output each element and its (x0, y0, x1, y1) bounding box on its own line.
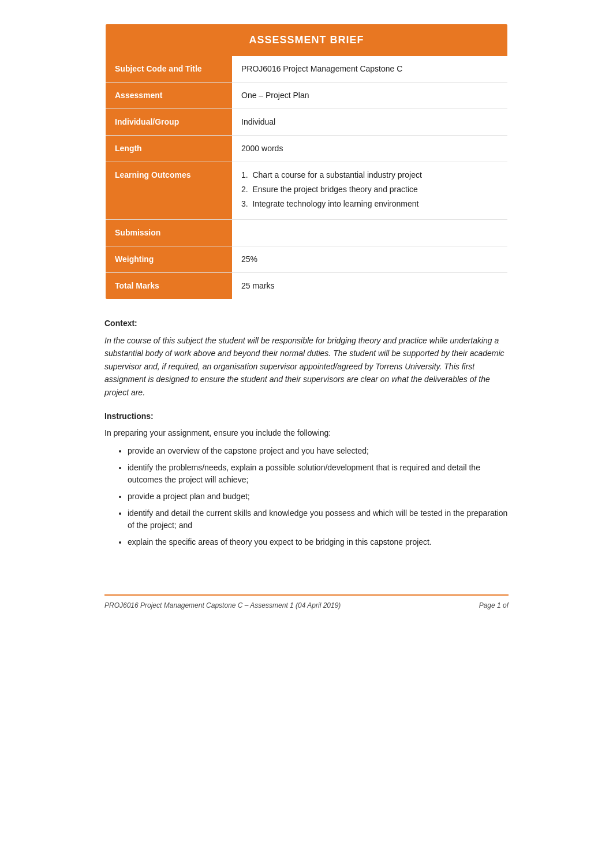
row-value-weighting: 25% (232, 246, 508, 273)
list-item: identify the problems/needs, explain a p… (128, 462, 509, 486)
table-row: Total Marks 25 marks (105, 273, 508, 300)
learning-outcomes-list: 1. Chart a course for a substantial indu… (241, 169, 498, 210)
row-label-learning-outcomes: Learning Outcomes (105, 162, 232, 220)
list-item: 2. Ensure the project bridges theory and… (241, 184, 498, 196)
table-row: Submission (105, 220, 508, 246)
page-container: ASSESSMENT BRIEF Subject Code and Title … (70, 0, 543, 645)
row-value-assessment: One – Project Plan (232, 83, 508, 109)
row-value-subject: PROJ6016 Project Management Capstone C (232, 56, 508, 83)
row-value-learning-outcomes: 1. Chart a course for a substantial indu… (232, 162, 508, 220)
footer-right: Page 1 of (479, 600, 509, 611)
list-item: 1. Chart a course for a substantial indu… (241, 169, 498, 181)
table-title: ASSESSMENT BRIEF (105, 24, 508, 56)
list-item: explain the specific areas of theory you… (128, 536, 509, 548)
assessment-table: ASSESSMENT BRIEF Subject Code and Title … (104, 23, 509, 300)
list-item: identify and detail the current skills a… (128, 507, 509, 532)
table-row: Weighting 25% (105, 246, 508, 273)
row-value-individual-group: Individual (232, 109, 508, 136)
page-footer: PROJ6016 Project Management Capstone C –… (104, 594, 509, 611)
table-row: Subject Code and Title PROJ6016 Project … (105, 56, 508, 83)
row-value-total-marks: 25 marks (232, 273, 508, 300)
context-section: Context: In the course of this subject t… (104, 317, 509, 399)
row-label-submission: Submission (105, 220, 232, 246)
row-label-weighting: Weighting (105, 246, 232, 273)
row-label-subject: Subject Code and Title (105, 56, 232, 83)
row-value-submission (232, 220, 508, 246)
context-body: In the course of this subject the studen… (104, 334, 509, 399)
list-item: provide an overview of the capstone proj… (128, 445, 509, 457)
list-item: provide a project plan and budget; (128, 491, 509, 503)
row-label-total-marks: Total Marks (105, 273, 232, 300)
row-value-length: 2000 words (232, 136, 508, 162)
table-row: Assessment One – Project Plan (105, 83, 508, 109)
instructions-intro: In preparing your assignment, ensure you… (104, 427, 509, 439)
list-item: 3. Integrate technology into learning en… (241, 198, 498, 210)
instructions-heading: Instructions: (104, 410, 509, 422)
row-label-assessment: Assessment (105, 83, 232, 109)
row-label-length: Length (105, 136, 232, 162)
context-heading: Context: (104, 317, 509, 330)
row-label-individual-group: Individual/Group (105, 109, 232, 136)
table-row: Individual/Group Individual (105, 109, 508, 136)
instructions-section: Instructions: In preparing your assignme… (104, 410, 509, 548)
table-row-learning-outcomes: Learning Outcomes 1. Chart a course for … (105, 162, 508, 220)
footer-left: PROJ6016 Project Management Capstone C –… (104, 600, 341, 611)
table-row: Length 2000 words (105, 136, 508, 162)
instructions-list: provide an overview of the capstone proj… (104, 445, 509, 548)
